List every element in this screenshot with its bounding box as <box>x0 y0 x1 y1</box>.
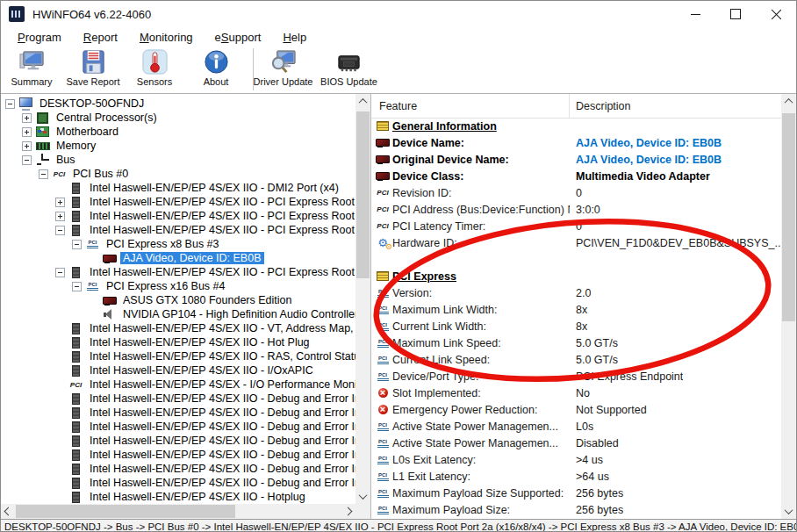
tree-item[interactable]: Intel Haswell-EN/EP/EP 4S/EX - I/O Perfo… <box>2 377 355 392</box>
tree-item[interactable]: Intel Haswell-EN/EP/EP 4S/EX IIO - Debug… <box>2 434 355 448</box>
collapse-icon[interactable] <box>72 282 82 291</box>
tree-item[interactable]: Intel Haswell-EN/EP/EP 4S/EX IIO - PCI E… <box>2 195 355 209</box>
maximize-button[interactable] <box>715 1 756 27</box>
tree-item-label[interactable]: Intel Haswell-EN/EP/EP 4S/EX IIO - Hot P… <box>87 336 312 349</box>
save-report-button[interactable]: Save Report <box>62 47 124 91</box>
details-row[interactable]: L1 Exit Latency:>64 us <box>371 468 781 485</box>
tree-item[interactable]: Intel Haswell-EN/EP/EP 4S/EX IIO - I/OxA… <box>2 363 355 377</box>
tree-item-label[interactable]: Intel Haswell-EN/EP/EP 4S/EX - I/O Perfo… <box>87 378 355 391</box>
tree-item[interactable]: AJA Video, Device ID: EB0B <box>2 251 355 265</box>
tree-item-label[interactable]: Intel Haswell-EN/EP/EP 4S/EX IIO - PCI E… <box>87 224 355 236</box>
details-row[interactable]: Emergency Power Reduction:Not Supported <box>371 401 781 418</box>
details-row[interactable]: Device Class:Multimedia Video Adapter <box>371 168 781 184</box>
tree-item[interactable]: Intel Haswell-EN/EP/EP 4S/EX IIO - PCI E… <box>2 265 355 279</box>
tree-item-label[interactable]: Memory <box>54 140 98 152</box>
collapse-icon[interactable] <box>22 155 32 165</box>
driver-update-button[interactable]: Driver Update <box>250 47 316 91</box>
tree-item-label[interactable]: Intel Haswell-EN/EP/EP 4S/EX IIO - Debug… <box>87 435 355 447</box>
details-row[interactable]: Maximum Payload Size:256 bytes <box>371 501 781 518</box>
expand-icon[interactable] <box>55 198 65 207</box>
scroll-thumb[interactable] <box>356 111 370 278</box>
scroll-right-button[interactable] <box>341 504 355 519</box>
details-row[interactable]: Version:2.0 <box>371 284 781 301</box>
menu-program[interactable]: Program <box>10 29 69 46</box>
tree-item[interactable]: Memory <box>2 139 355 153</box>
tree-item-label[interactable]: PCI Express x8 Bus #3 <box>104 238 222 250</box>
expand-icon[interactable] <box>22 127 32 137</box>
tree-item[interactable]: Intel Haswell-EN/EP/EP 4S/EX IIO - Debug… <box>2 406 355 420</box>
tree-item[interactable]: Intel Haswell-EN/EP/EP 4S/EX IIO - Debug… <box>2 448 355 462</box>
close-button[interactable] <box>756 1 796 27</box>
tree-item[interactable]: PCI Bus #0 <box>2 167 355 181</box>
tree-item-label[interactable]: Intel Haswell-EN/EP/EP 4S/EX IIO - Hotpl… <box>87 491 308 503</box>
tree-item[interactable]: ASUS GTX 1080 Founders Edition <box>2 293 355 307</box>
details-row[interactable]: Device/Port Type:PCI Express Endpoint <box>371 368 781 385</box>
tree-item[interactable]: Intel Haswell-EN/EP/EP 4S/EX IIO - Hot P… <box>2 335 355 349</box>
tree-item[interactable]: Intel Haswell-EN/EP/EP 4S/EX IIO - PCI E… <box>2 223 355 237</box>
tree-item-label[interactable]: Intel Haswell-EN/EP/EP 4S/EX IIO - Debug… <box>87 477 355 489</box>
collapse-icon[interactable] <box>55 226 65 235</box>
details-row[interactable]: PCI Latency Timer:0 <box>371 218 781 234</box>
details-row[interactable]: Maximum Payload Size Supported:256 bytes <box>371 485 781 501</box>
tree-item-label[interactable]: Motherboard <box>54 126 121 138</box>
tree-item-label[interactable]: Intel Haswell-EN/EP/EP 4S/EX IIO - PCI E… <box>87 196 355 208</box>
tree-item[interactable]: PCI Express x8 Bus #3 <box>2 237 355 251</box>
summary-button[interactable]: Summary <box>1 47 62 91</box>
tree-item[interactable]: Bus <box>2 153 355 167</box>
details-row[interactable]: Active State Power Managemen...Disabled <box>371 435 781 451</box>
details-row[interactable]: Hardware ID:PCI\VEN_F1D0&DEV_EB0B&SUBSYS… <box>371 234 781 251</box>
tree-item-label[interactable]: Intel Haswell-EN/EP/EP 4S/EX IIO - Debug… <box>87 406 355 419</box>
tree-item-label[interactable]: Intel Haswell-EN/EP/EP 4S/EX IIO - Debug… <box>87 421 355 433</box>
tree-item-label[interactable]: PCI Express x16 Bus #4 <box>104 280 227 292</box>
tree-item-label[interactable]: Intel Haswell-EN/EP/EP 4S/EX IIO - RAS, … <box>87 350 355 363</box>
details-row[interactable]: General Information <box>371 118 781 134</box>
collapse-icon[interactable] <box>72 240 82 249</box>
about-button[interactable]: About <box>185 47 247 91</box>
tree-item[interactable]: Intel Haswell-EN/EP/EP 4S/EX IIO - RAS, … <box>2 349 355 363</box>
scroll-down-button[interactable] <box>355 489 370 504</box>
tree-item-label[interactable]: Intel Haswell-EN/EP/EP 4S/EX IIO - DMI2 … <box>87 182 341 194</box>
tree-item[interactable]: NVIDIA GP104 - High Definition Audio Con… <box>2 307 355 321</box>
tree-item[interactable]: Intel Haswell-EN/EP/EP 4S/EX IIO - Debug… <box>2 392 355 406</box>
tree-item-label[interactable]: Bus <box>54 154 78 166</box>
tree-item-label[interactable]: Intel Haswell-EN/EP/EP 4S/EX IIO - Debug… <box>87 449 355 461</box>
scroll-down-button[interactable] <box>781 504 796 519</box>
details-row[interactable]: Device Name:AJA Video, Device ID: EB0B <box>371 134 781 151</box>
tree-item-label[interactable]: NVIDIA GP104 - High Definition Audio Con… <box>120 308 355 320</box>
tree-item[interactable]: DESKTOP-50OFNDJ <box>2 97 355 111</box>
tree-item[interactable]: Central Processor(s) <box>2 111 355 125</box>
tree-item[interactable]: Intel Haswell-EN/EP/EP 4S/EX IIO - Debug… <box>2 476 355 490</box>
details-row[interactable]: Current Link Speed:5.0 GT/s <box>371 351 781 368</box>
feature-column-header[interactable]: Feature <box>371 94 570 118</box>
tree-horizontal-scrollbar[interactable] <box>1 504 355 519</box>
tree-item[interactable]: PCI Express x16 Bus #4 <box>2 279 355 293</box>
scroll-left-button[interactable] <box>1 504 16 519</box>
tree-vertical-scrollbar[interactable] <box>355 94 370 504</box>
details-vertical-scrollbar[interactable] <box>781 94 796 519</box>
bios-update-button[interactable]: BIOS Update <box>316 47 382 91</box>
tree-item[interactable]: Motherboard <box>2 125 355 139</box>
expand-icon[interactable] <box>55 212 65 221</box>
tree-item[interactable]: Intel Haswell-EN/EP/EP 4S/EX IIO - Hotpl… <box>2 490 355 504</box>
tree-item[interactable]: Intel Haswell-EN/EP/EP 4S/EX IIO - PCI E… <box>2 209 355 223</box>
menu-help[interactable]: Help <box>275 29 314 46</box>
details-row[interactable]: L0s Exit Latency:>4 us <box>371 451 781 468</box>
tree-item-label[interactable]: Central Processor(s) <box>54 111 160 124</box>
tree-item-label[interactable]: Intel Haswell-EN/EP/EP 4S/EX IIO - I/OxA… <box>87 364 316 377</box>
details-row[interactable]: Maximum Link Speed:5.0 GT/s <box>371 334 781 351</box>
expand-icon[interactable] <box>22 113 32 123</box>
tree-item-label[interactable]: Intel Haswell-EN/EP/EP 4S/EX IIO - PCI E… <box>87 266 355 278</box>
details-row[interactable]: Current Link Width:8x <box>371 318 781 334</box>
tree-item-label[interactable]: DESKTOP-50OFNDJ <box>37 97 147 110</box>
scroll-thumb[interactable] <box>16 505 235 518</box>
details-row[interactable]: Slot Implemented:No <box>371 385 781 401</box>
collapse-icon[interactable] <box>55 268 65 277</box>
details-row[interactable]: PCI Address (Bus:Device:Function) Nu...3… <box>371 201 781 218</box>
tree-item[interactable]: Intel Haswell-EN/EP/EP 4S/EX IIO - DMI2 … <box>2 181 355 195</box>
tree-item-label[interactable]: Intel Haswell-EN/EP/EP 4S/EX IIO - Debug… <box>87 463 355 475</box>
menu-esupport[interactable]: eSupport <box>207 29 269 46</box>
collapse-icon[interactable] <box>5 99 15 109</box>
description-column-header[interactable]: Description <box>570 100 781 112</box>
tree-item-label[interactable]: AJA Video, Device ID: EB0B <box>120 252 264 264</box>
minimize-button[interactable] <box>675 1 715 27</box>
